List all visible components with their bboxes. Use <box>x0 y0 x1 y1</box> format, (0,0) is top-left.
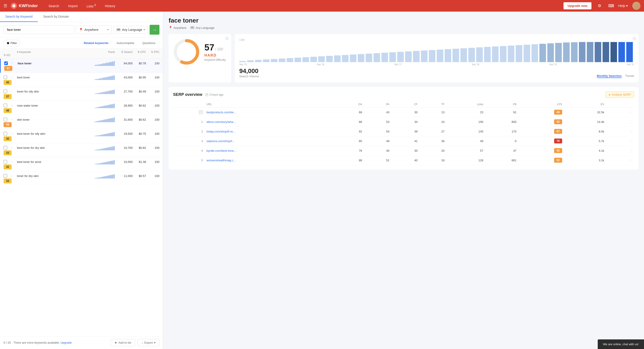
nav-search[interactable]: Search <box>45 3 63 9</box>
language-select[interactable]: AB Any Language ▾ <box>113 26 148 33</box>
serp-action[interactable]: ⋮ <box>606 127 634 136</box>
upgrade-button[interactable]: Upgrade now <box>564 2 592 9</box>
keyword-text: skin toner <box>17 118 94 121</box>
trend-bar <box>96 107 96 108</box>
table-row[interactable]: ☆ toner for oily skin 27,700 $0.49 100 3… <box>0 87 163 101</box>
chat-widget[interactable]: We are online, chat with us! <box>598 340 644 349</box>
table-row[interactable]: ☆ best toner for oily skin 19,500 $0.75 … <box>0 129 163 143</box>
trend-bar <box>106 148 107 150</box>
star-icon[interactable]: ☆ <box>10 160 17 164</box>
serp-rank-number: 4 <box>201 149 203 152</box>
serp-url-link[interactable]: byrdie.com/best-tone... <box>206 149 236 152</box>
serp-action[interactable]: ⋮ <box>606 136 634 146</box>
serp-url-link[interactable]: womenshealthmag.c... <box>206 159 236 162</box>
table-row[interactable]: ☆ toner for dry skin 11,000 $0.57 100 33 <box>0 171 163 185</box>
row-checkbox[interactable] <box>4 160 7 164</box>
location-select[interactable]: 📍 Anywhere ▾ <box>76 26 112 34</box>
export-button[interactable]: ↓ Export ▾ <box>138 339 160 346</box>
serp-action[interactable]: ⋮ <box>606 107 634 117</box>
row-checkbox[interactable] <box>4 75 7 79</box>
row-checkbox[interactable] <box>4 90 7 93</box>
serp-url-link[interactable]: sephora.com/shop/f... <box>206 139 234 143</box>
star-icon[interactable]: ☆ <box>10 75 17 79</box>
trend-bar <box>113 76 114 80</box>
chat-text: We are online, chat with us! <box>603 343 639 346</box>
tab-search-by-domain[interactable]: Search by Domain <box>38 12 74 22</box>
hamburger-icon[interactable]: ☰ <box>4 3 7 8</box>
filter-tab-autocomplete[interactable]: Autocomplete <box>112 40 138 46</box>
serp-more-icon[interactable]: ⋮ <box>629 139 632 143</box>
kd-info-icon[interactable]: ⓘ <box>226 37 228 41</box>
row-checkbox[interactable] <box>4 61 8 65</box>
serp-url-link[interactable]: allure.com/story/wha... <box>206 120 236 124</box>
tab-monthly-searches[interactable]: Monthly Searches <box>597 74 622 78</box>
table-row[interactable]: ☆ skin toner 31,600 $0.62 100 59 <box>0 115 163 129</box>
filter-tab-related[interactable]: Related keywords <box>80 40 112 46</box>
help-link[interactable]: Help ▾ <box>618 4 628 8</box>
tab-search-by-keyword[interactable]: Search by Keyword <box>0 12 38 22</box>
analyze-icon: ● <box>609 93 610 96</box>
star-icon[interactable]: ☆ <box>10 118 17 121</box>
star-icon[interactable]: ☆ <box>10 146 17 149</box>
col-search[interactable]: ⇅ Search <box>115 50 132 54</box>
table-row[interactable]: ☆ face toner 94,000 $0.78 100 57 <box>0 59 163 73</box>
clock-icon: 🕐 <box>205 93 208 96</box>
serp-url-link[interactable]: bestproducts.com/be... <box>206 111 236 114</box>
analyze-serp-button[interactable]: ● Analyze SERP <box>605 91 634 98</box>
serp-action[interactable]: ⋮ <box>606 155 634 165</box>
cpc-value: $1.38 <box>132 160 146 164</box>
serp-action[interactable]: ⋮ <box>606 146 634 155</box>
serp-more-icon[interactable]: ⋮ <box>629 130 632 133</box>
search-button[interactable]: → <box>150 25 160 35</box>
trend-bar <box>94 94 96 94</box>
search-header: Search by Keyword Search by Domain 📍 Any… <box>0 12 163 37</box>
col-cpc[interactable]: ⇅ CPC <box>132 50 146 54</box>
svg-rect-7 <box>279 58 285 62</box>
settings-icon[interactable]: ⚙ <box>596 2 603 9</box>
trend-bar <box>110 161 110 164</box>
row-checkbox[interactable] <box>4 104 7 107</box>
table-row[interactable]: ☆ best toner 43,000 $0.95 100 45 <box>0 73 163 87</box>
trend-bar <box>105 91 106 94</box>
add-to-list-button[interactable]: ★ Add to list <box>111 339 135 346</box>
table-row[interactable]: ☆ best toner for acne 10,500 $1.38 100 3… <box>0 157 163 171</box>
serp-lps: 52 <box>518 146 564 155</box>
trend-bar <box>97 178 98 179</box>
col-kd[interactable]: ⇅ KD <box>4 54 10 57</box>
row-checkbox[interactable] <box>4 146 7 149</box>
upgrade-link[interactable]: Upgrade <box>60 341 72 344</box>
serp-more-icon[interactable]: ⋮ <box>629 120 632 124</box>
row-checkbox[interactable] <box>4 118 7 121</box>
table-row[interactable]: ☆ rose water toner 28,900 $0.62 100 48 <box>0 101 163 115</box>
table-row[interactable]: ☆ best toner for dry skin 10,700 $0.82 1… <box>0 143 163 157</box>
star-icon[interactable]: ☆ <box>10 104 17 107</box>
nav-import[interactable]: Import <box>64 3 82 9</box>
keyboard-icon[interactable]: ⌨ <box>608 2 615 9</box>
star-icon[interactable]: ☆ <box>10 132 17 135</box>
kd-badge: 45 <box>4 80 12 85</box>
row-checkbox[interactable] <box>4 132 7 135</box>
more-available-text: There are more keywords available. Upgra… <box>14 341 108 344</box>
star-icon[interactable]: ☆ <box>10 90 17 93</box>
row-checkbox[interactable] <box>4 174 7 178</box>
serp-more-icon[interactable]: ⋮ <box>629 110 632 114</box>
filter-button[interactable]: Filter <box>4 40 20 46</box>
trend-bar <box>99 149 100 150</box>
col-ppc[interactable]: ⇅ PPC <box>146 50 160 54</box>
serp-tf: 18 <box>419 155 446 165</box>
search-input[interactable] <box>4 25 74 34</box>
serp-url-link[interactable]: today.com/shop/6-re... <box>206 130 235 133</box>
serp-more-icon[interactable]: ⋮ <box>629 149 632 153</box>
nav-history[interactable]: History <box>101 3 119 9</box>
filter-dot-icon <box>7 42 9 44</box>
avatar[interactable] <box>632 2 640 10</box>
serp-more-icon[interactable]: ⋮ <box>629 158 632 162</box>
star-icon[interactable]: ☆ <box>11 61 18 65</box>
trend-bar <box>110 118 110 122</box>
nav-lists[interactable]: Lists 0 <box>83 2 100 9</box>
star-icon[interactable]: ☆ <box>10 174 17 178</box>
serp-action[interactable]: ⋮ <box>606 117 634 127</box>
filter-tab-questions[interactable]: Questions <box>138 40 160 46</box>
tab-trends[interactable]: Trends <box>625 74 634 78</box>
download-icon: ↓ <box>142 341 143 344</box>
